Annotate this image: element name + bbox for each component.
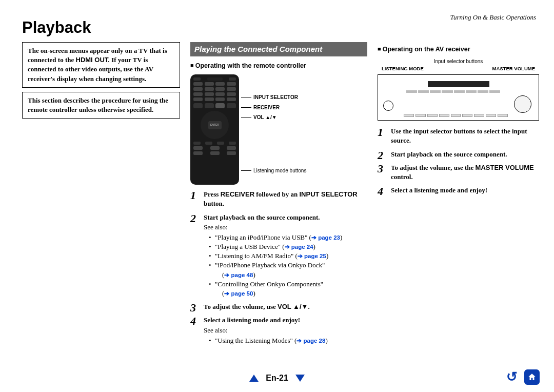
note2-text: This section describes the procedure for…: [28, 96, 168, 113]
home-icon[interactable]: [524, 369, 540, 385]
step-3: To adjust the volume, use VOL ▲/▼.: [190, 302, 367, 311]
diag-label-left: LISTENING MODE: [382, 66, 424, 72]
step-1: Press RECEIVER followed by an INPUT SELE…: [190, 190, 367, 208]
callout-receiver: RECEIVER: [244, 104, 306, 111]
column-intro: The on-screen menus appear only on a TV …: [22, 42, 180, 349]
column-receiver: Operating on the AV receiver Input selec…: [378, 42, 539, 349]
next-page-icon[interactable]: [295, 375, 305, 382]
note-box-1: The on-screen menus appear only on a TV …: [22, 42, 180, 88]
column-remote: Playing the Connected Component Operatin…: [190, 42, 367, 349]
page-footer: En-21: [0, 374, 554, 383]
callout-listening-mode: Listening mode buttons: [244, 167, 306, 174]
receiver-diagram: Input selector buttons LISTENING MODE MA…: [378, 58, 539, 121]
link-page-28[interactable]: ➔ page 28: [296, 338, 325, 344]
steps-remote: Press RECEIVER followed by an INPUT SELE…: [190, 190, 367, 345]
note1-hdmi: HDMI OUT.: [76, 56, 110, 64]
callout-input-selector: INPUT SELECTOR: [244, 94, 306, 101]
subhead-receiver: Operating on the AV receiver: [378, 45, 539, 54]
rstep-2: Start playback on the source component.: [378, 150, 539, 159]
callout-vol: VOL ▲/▼: [244, 114, 306, 121]
remote-callouts: INPUT SELECTOR RECEIVER VOL ▲/▼ Listenin…: [244, 74, 306, 174]
diag-label-right: MASTER VOLUME: [492, 66, 535, 72]
diag-label-top: Input selector buttons: [378, 58, 539, 65]
step-4: Select a listening mode and enjoy! See a…: [190, 316, 367, 345]
link-page-48[interactable]: ➔ page 48: [224, 272, 253, 278]
section-header: Turning On & Basic Operations: [450, 13, 536, 22]
receiver-image: [378, 74, 539, 121]
link-page-24[interactable]: ➔ page 24: [285, 244, 313, 250]
rstep-1: Use the input selector buttons to select…: [378, 127, 539, 145]
steps-receiver: Use the input selector buttons to select…: [378, 127, 539, 195]
page-number: En-21: [266, 374, 288, 383]
link-page-25[interactable]: ➔ page 25: [298, 253, 326, 259]
note-box-2: This section describes the procedure for…: [22, 92, 180, 119]
back-icon[interactable]: ↺: [505, 369, 519, 384]
rstep-4: Select a listening mode and enjoy!: [378, 186, 539, 195]
remote-diagram: INPUT SELECTOR RECEIVER VOL ▲/▼ Listenin…: [190, 74, 367, 185]
remote-image: [190, 74, 239, 185]
rstep-3: To adjust the volume, use the MASTER VOL…: [378, 163, 539, 182]
link-page-23[interactable]: ➔ page 23: [311, 234, 340, 241]
step-2: Start playback on the source component. …: [190, 213, 367, 299]
subhead-remote: Operating with the remote controller: [190, 62, 367, 70]
prev-page-icon[interactable]: [249, 375, 259, 382]
subtitle-bar: Playing the Connected Component: [190, 42, 367, 56]
link-page-50[interactable]: ➔ page 50: [224, 290, 253, 297]
